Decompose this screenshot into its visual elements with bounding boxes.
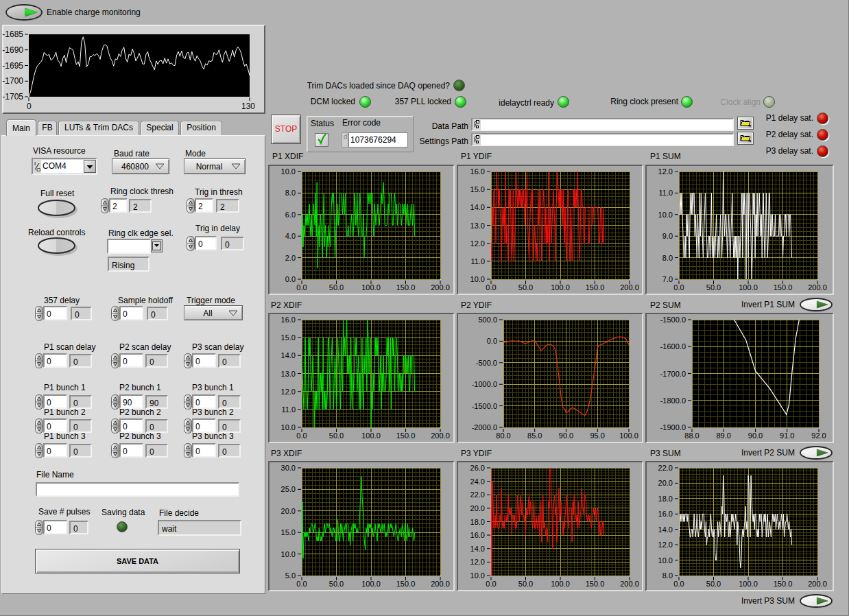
svg-text:-1600.0: -1600.0 (660, 342, 686, 351)
svg-text:150.0: 150.0 (396, 431, 416, 440)
svg-text:11.0: 11.0 (658, 189, 673, 197)
svg-text:200.0: 200.0 (620, 580, 639, 588)
svg-text:16.0: 16.0 (281, 316, 296, 324)
svg-text:0.0: 0.0 (673, 283, 684, 292)
svg-text:18.0: 18.0 (470, 518, 485, 526)
svg-text:24.0: 24.0 (470, 477, 485, 486)
svg-text:12.0: 12.0 (281, 388, 296, 396)
svg-text:10.0: 10.0 (470, 571, 485, 580)
svg-text:-1800.0: -1800.0 (660, 396, 686, 405)
svg-text:0.0: 0.0 (673, 580, 684, 588)
svg-text:100.0: 100.0 (551, 580, 570, 588)
svg-text:15.0: 15.0 (281, 528, 296, 536)
svg-text:20.0: 20.0 (470, 504, 485, 512)
svg-text:11.0: 11.0 (281, 405, 296, 414)
svg-text:O: O (36, 167, 40, 173)
svg-text:13.0: 13.0 (281, 370, 296, 378)
svg-text:10.0: 10.0 (281, 167, 296, 176)
svg-text:150.0: 150.0 (586, 283, 605, 292)
svg-text:20.0: 20.0 (281, 507, 296, 515)
svg-text:200.0: 200.0 (620, 283, 639, 292)
svg-text:200.0: 200.0 (431, 283, 450, 292)
svg-text:100.0: 100.0 (739, 283, 758, 292)
svg-text:13.0: 13.0 (470, 222, 485, 230)
svg-text:-1000.0: -1000.0 (472, 380, 497, 388)
svg-text:14.0: 14.0 (658, 525, 673, 534)
svg-text:200.0: 200.0 (808, 580, 827, 588)
svg-text:22.0: 22.0 (470, 490, 485, 499)
svg-text:50.0: 50.0 (518, 580, 533, 588)
svg-text:12.0: 12.0 (470, 239, 485, 248)
svg-text:20.0: 20.0 (658, 479, 673, 487)
svg-text:89.0: 89.0 (716, 431, 730, 440)
svg-text:8.0: 8.0 (662, 571, 673, 580)
svg-text:4.0: 4.0 (285, 232, 296, 240)
svg-text:5.0: 5.0 (285, 571, 296, 580)
svg-text:150.0: 150.0 (774, 580, 793, 588)
svg-text:0.0: 0.0 (296, 580, 307, 588)
svg-text:-1700: -1700 (2, 76, 23, 86)
svg-text:-1900.0: -1900.0 (660, 423, 686, 431)
svg-text:0: 0 (27, 102, 32, 111)
svg-text:200.0: 200.0 (808, 283, 827, 292)
svg-text:10.0: 10.0 (658, 211, 673, 219)
svg-text:0.0: 0.0 (285, 275, 296, 283)
svg-text:100.0: 100.0 (551, 283, 570, 292)
svg-text:-1685: -1685 (2, 29, 23, 39)
svg-text:12.0: 12.0 (658, 541, 673, 549)
svg-text:500.0: 500.0 (478, 316, 497, 324)
svg-text:16.0: 16.0 (658, 510, 673, 518)
svg-text:80.0: 80.0 (496, 431, 510, 440)
svg-text:10.0: 10.0 (470, 275, 485, 283)
svg-text:-1700.0: -1700.0 (660, 370, 686, 378)
svg-text:92.0: 92.0 (811, 431, 826, 440)
svg-text:100.0: 100.0 (361, 580, 381, 588)
svg-text:10.0: 10.0 (281, 423, 296, 431)
svg-text:18.0: 18.0 (658, 495, 673, 503)
svg-text:90.0: 90.0 (559, 431, 573, 440)
svg-text:11.0: 11.0 (470, 257, 485, 265)
svg-text:0.0: 0.0 (296, 283, 307, 292)
svg-text:100.0: 100.0 (361, 283, 381, 292)
svg-text:10.0: 10.0 (658, 556, 673, 565)
svg-text:200.0: 200.0 (431, 431, 450, 440)
svg-text:150.0: 150.0 (586, 580, 605, 588)
svg-text:I: I (34, 161, 36, 167)
svg-text:8.0: 8.0 (662, 254, 673, 262)
svg-text:95.0: 95.0 (590, 431, 604, 440)
svg-text:30.0: 30.0 (281, 464, 296, 472)
svg-text:100.0: 100.0 (739, 580, 758, 588)
svg-text:100.0: 100.0 (361, 431, 381, 440)
svg-text:130: 130 (241, 102, 255, 111)
svg-text:0.0: 0.0 (486, 283, 496, 292)
svg-text:12.0: 12.0 (470, 558, 485, 566)
svg-text:7.0: 7.0 (662, 275, 673, 283)
svg-text:16.0: 16.0 (470, 531, 485, 539)
svg-text:2.0: 2.0 (285, 254, 296, 262)
svg-text:85.0: 85.0 (527, 431, 542, 440)
svg-text:200.0: 200.0 (431, 580, 450, 588)
svg-text:50.0: 50.0 (706, 283, 721, 292)
svg-text:16.0: 16.0 (470, 167, 485, 176)
svg-text:-1690: -1690 (2, 45, 23, 55)
svg-text:0.0: 0.0 (296, 431, 307, 440)
svg-text:-2000.0: -2000.0 (472, 423, 497, 431)
svg-text:150.0: 150.0 (396, 283, 416, 292)
svg-text:50.0: 50.0 (329, 580, 344, 588)
svg-text:-1500.0: -1500.0 (472, 402, 497, 410)
svg-text:22.0: 22.0 (658, 464, 673, 472)
svg-text:88.0: 88.0 (684, 431, 699, 440)
svg-text:150.0: 150.0 (396, 580, 416, 588)
svg-text:26.0: 26.0 (470, 464, 485, 472)
svg-text:150.0: 150.0 (774, 283, 793, 292)
svg-text:12.0: 12.0 (658, 167, 673, 176)
svg-text:6.0: 6.0 (285, 211, 296, 219)
svg-text:9.0: 9.0 (662, 232, 673, 240)
svg-text:10.0: 10.0 (281, 550, 296, 558)
svg-text:14.0: 14.0 (470, 203, 485, 211)
svg-text:15.0: 15.0 (281, 333, 296, 342)
svg-text:14.0: 14.0 (470, 545, 485, 553)
svg-text:50.0: 50.0 (329, 431, 344, 440)
svg-text:-1705: -1705 (2, 92, 23, 102)
svg-text:0.0: 0.0 (486, 580, 496, 588)
